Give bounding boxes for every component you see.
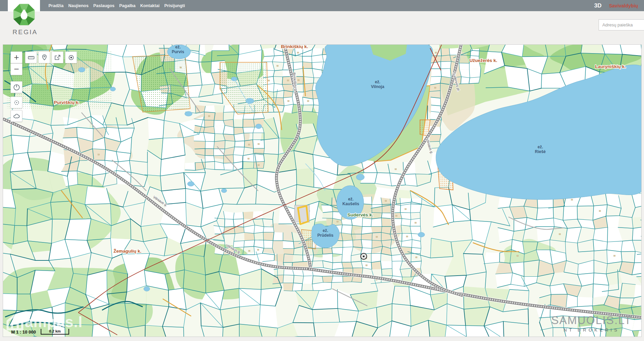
crosshair-icon xyxy=(13,99,20,106)
menu-item-pradzia[interactable]: Pradžia xyxy=(48,3,63,8)
export-tool-button[interactable] xyxy=(52,51,63,63)
marker-tool-button[interactable] xyxy=(38,51,50,63)
menu-item-kontaktai[interactable]: Kontaktai xyxy=(140,3,160,8)
map-label: Riešė xyxy=(535,149,546,154)
search-input[interactable] xyxy=(599,19,644,30)
map-canvas[interactable]: Vilniaus g.Vilniaus g.Vilniaus g.Sudervė… xyxy=(3,45,642,337)
scale-ratio: M 1 : 10 000 xyxy=(11,329,36,335)
map-label: Kaušelis xyxy=(342,201,359,206)
map-label: Purvis xyxy=(172,49,184,54)
menu-item-pagalba[interactable]: Pagalba xyxy=(119,3,136,8)
map-label: Vilnoja xyxy=(371,84,384,89)
crosshair-tool-button[interactable] xyxy=(11,97,22,108)
map-label: ež. xyxy=(175,45,181,49)
locate-icon xyxy=(68,55,74,61)
regia-logo[interactable] xyxy=(12,2,37,27)
topbar-right: 3D Savivaldybių xyxy=(594,0,644,11)
savivaldybiu-link[interactable]: Savivaldybių xyxy=(609,3,638,8)
map-label: Purviškių k. xyxy=(54,100,80,105)
map-label: Užuežerės k. xyxy=(469,58,497,63)
map-label: ež. xyxy=(323,228,328,233)
share-icon xyxy=(55,55,61,61)
map-label: Brinkiškių k. xyxy=(281,45,308,49)
map-label: ež. xyxy=(538,145,543,149)
menu-item-prisijungti[interactable]: Prisijungti xyxy=(164,3,185,8)
map-label: ež. xyxy=(375,80,380,84)
menu-item-naujienos[interactable]: Naujienos xyxy=(68,3,88,8)
map-label: Prūdelis xyxy=(317,233,334,238)
pin-icon xyxy=(41,54,47,61)
history-tool-button[interactable] xyxy=(11,81,22,93)
view-3d-button[interactable]: 3D xyxy=(594,2,602,9)
ruler-icon xyxy=(28,55,35,61)
map-label: ež. xyxy=(348,197,354,201)
map-label: Sudervės k. xyxy=(347,212,373,217)
clock-icon xyxy=(13,84,20,91)
polygon-select-button[interactable] xyxy=(11,110,22,122)
menu-item-paslaugos[interactable]: Paslaugos xyxy=(93,3,115,8)
zoom-out-button[interactable]: − xyxy=(11,63,22,75)
map-container[interactable]: Vilniaus g.Vilniaus g.Vilniaus g.Sudervė… xyxy=(3,44,642,337)
map-label: Žemagulių k. xyxy=(114,249,142,254)
main-menu: Pradžia Naujienos Paslaugos Pagalba Kont… xyxy=(48,0,185,11)
map-scale: M 1 : 10 000 0.2 km xyxy=(11,329,69,335)
locate-tool-button[interactable] xyxy=(65,51,77,63)
cloud-icon xyxy=(13,113,20,119)
scale-bar: 0.2 km xyxy=(41,329,69,335)
map-label: Lauryniškių k. xyxy=(595,64,626,69)
measure-tool-button[interactable] xyxy=(25,51,37,63)
zoom-in-button[interactable]: + xyxy=(11,51,22,63)
logo-title: REGIA xyxy=(13,28,38,36)
